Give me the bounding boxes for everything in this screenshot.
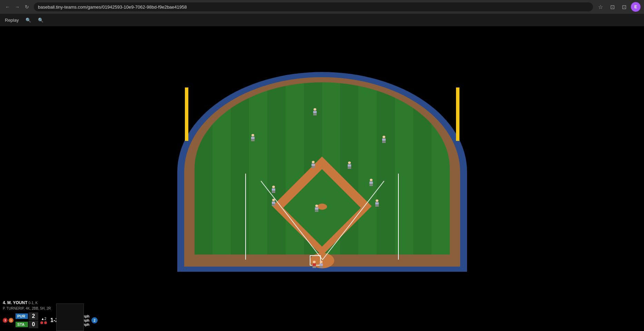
player-second-base	[346, 162, 353, 169]
browser-actions: ☆ ⊡ ⊡ E	[596, 2, 641, 12]
refresh-button[interactable]: ↻	[23, 3, 31, 11]
player-third-base	[270, 186, 277, 193]
forward-button[interactable]: →	[13, 3, 21, 11]
count-dot-1	[40, 321, 43, 324]
inning-info: ▲2	[40, 317, 47, 324]
extension-button-2[interactable]: ⊡	[619, 2, 629, 12]
batter-name: M. YOUNT	[7, 300, 27, 305]
browser-chrome: ← → ↻ baseball.tiny-teams.com/games/0194…	[0, 0, 644, 14]
zoom-in-button[interactable]: 🔍	[23, 16, 33, 24]
main-score-area: PUR 2 STA 0	[16, 312, 38, 328]
away-score: 2	[29, 312, 38, 320]
player-shortstop	[310, 161, 316, 168]
batter-record: 0-1, K	[29, 301, 38, 305]
player-first-base	[368, 179, 374, 186]
home-team-label: STA	[16, 322, 28, 327]
back-button[interactable]: ←	[3, 3, 12, 11]
at-bat-display	[56, 303, 84, 331]
player-right-infield	[374, 199, 380, 207]
player-center-field	[312, 108, 318, 116]
game-area: 4. M. YOUNT 0-1, K P. TURNERIP, 4K, 2BB,…	[0, 26, 644, 331]
url-text: baseball.tiny-teams.com/games/01942593-1…	[38, 4, 187, 10]
inning-half: ▲2	[41, 317, 46, 321]
pitcher-name: TURNERIP,	[7, 307, 25, 310]
zoom-in-icon: 🔍	[26, 18, 31, 23]
away-team-label: PUR	[16, 313, 28, 319]
pitcher-stats: 4K, 2BB, 5H, 2R	[26, 307, 51, 310]
scoreboard: 3 1 PUR 2 STA 0 ▲2	[3, 312, 115, 328]
bookmark-button[interactable]: ☆	[596, 2, 605, 12]
pitcher-label: P.	[3, 307, 6, 310]
home-score-row: STA 0	[16, 321, 38, 328]
base-runner-indicator: 2	[91, 317, 98, 323]
player-pitcher	[314, 205, 320, 212]
home-score: 0	[29, 321, 38, 328]
zoom-out-button[interactable]: 🔍	[36, 16, 46, 24]
player-left-field	[250, 134, 256, 142]
foul-line-left	[245, 174, 246, 260]
player-left-infield	[270, 199, 277, 206]
count-indicators: 3 1	[3, 318, 13, 323]
score-overlay: 4. M. YOUNT 0-1, K P. TURNERIP, 4K, 2BB,…	[0, 298, 117, 331]
strikes-count: 1	[9, 318, 13, 323]
nav-buttons: ← → ↻	[3, 3, 31, 11]
count-dots	[40, 321, 47, 324]
foul-line-right	[398, 174, 399, 260]
foul-pole-left	[185, 87, 188, 141]
replay-button[interactable]: Replay	[3, 16, 21, 24]
replay-label: Replay	[5, 18, 19, 23]
balls-count: 3	[3, 318, 8, 323]
batter-number: 4.	[3, 300, 6, 305]
address-bar[interactable]: baseball.tiny-teams.com/games/01942593-1…	[34, 2, 593, 11]
extension-button-1[interactable]: ⊡	[607, 2, 617, 12]
player-right-field	[381, 136, 387, 143]
count-dot-2	[44, 321, 47, 324]
baseball-field	[177, 72, 467, 279]
foul-pole-right	[456, 87, 459, 141]
zoom-out-icon: 🔍	[38, 18, 43, 23]
away-score-row: PUR 2	[16, 312, 38, 320]
batter-catcher-area	[311, 261, 324, 268]
profile-button[interactable]: E	[631, 2, 641, 12]
app-toolbar: Replay 🔍 🔍	[0, 14, 644, 26]
